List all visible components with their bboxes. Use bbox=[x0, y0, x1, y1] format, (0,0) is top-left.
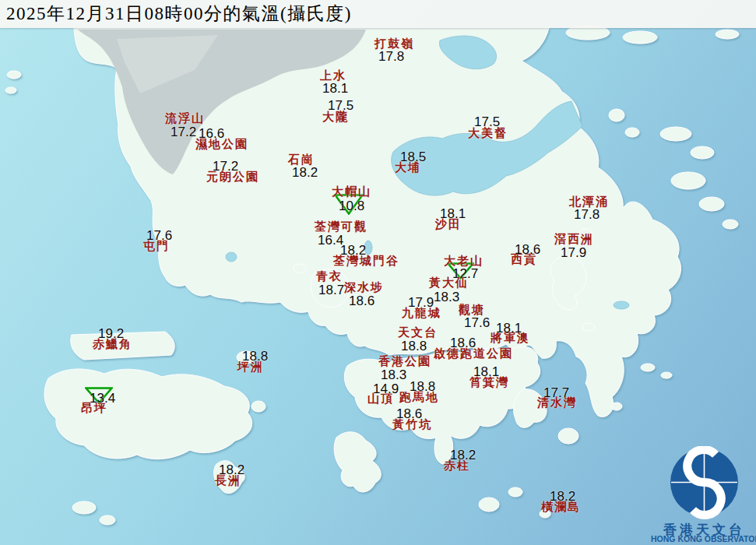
station-value: 18.8 bbox=[410, 379, 435, 395]
station-value: 18.8 bbox=[242, 349, 268, 364]
map-title: 2025年12月31日08時00分的氣溫(攝氏度) bbox=[6, 0, 352, 27]
station-value: 17.2 bbox=[213, 159, 238, 174]
station-value: 18.3 bbox=[381, 367, 406, 383]
station-name: 黃大仙 bbox=[429, 276, 469, 290]
station-value: 18.1 bbox=[440, 206, 466, 222]
station-value: 17.9 bbox=[561, 245, 586, 261]
station-value: 18.5 bbox=[400, 149, 426, 165]
station-value: 18.6 bbox=[396, 406, 422, 422]
station-value: 18.2 bbox=[340, 243, 366, 258]
hko-logo: 香港天文台 HONG KONG OBSERVATORY bbox=[652, 446, 756, 545]
station-value: 19.2 bbox=[98, 326, 124, 342]
station-value: 18.6 bbox=[450, 336, 476, 351]
station-value: 17.2 bbox=[171, 125, 196, 140]
title-bar: 2025年12月31日08時00分的氣溫(攝氏度) bbox=[0, 0, 756, 28]
station-value: 18.2 bbox=[450, 448, 476, 463]
station-value: 18.1 bbox=[473, 364, 499, 380]
station-value: 13.4 bbox=[90, 391, 115, 406]
station-value: 17.8 bbox=[378, 49, 404, 65]
station-value: 18.1 bbox=[322, 81, 348, 97]
station-value: 18.6 bbox=[349, 294, 374, 309]
logo-title-english: HONG KONG OBSERVATORY bbox=[651, 534, 756, 543]
station-value: 10.8 bbox=[339, 199, 364, 214]
station-value: 17.6 bbox=[464, 315, 490, 331]
station-value: 17.6 bbox=[146, 228, 172, 244]
station-name: 大帽山 bbox=[332, 185, 371, 199]
station-value: 18.3 bbox=[434, 290, 459, 305]
station-value: 17.8 bbox=[574, 207, 600, 223]
station-value: 18.2 bbox=[292, 165, 318, 181]
observatory-emblem-icon bbox=[668, 446, 740, 521]
station-value: 18.2 bbox=[219, 462, 244, 478]
station-value: 18.2 bbox=[550, 489, 575, 505]
station-value: 17.7 bbox=[543, 385, 569, 401]
station-value: 18.7 bbox=[318, 283, 344, 298]
station-value: 17.5 bbox=[474, 114, 500, 130]
station-value: 18.6 bbox=[515, 242, 540, 258]
station-value: 14.9 bbox=[373, 382, 399, 397]
station-value: 16.6 bbox=[199, 126, 224, 142]
station-value: 17.9 bbox=[408, 295, 434, 311]
station-value: 17.5 bbox=[328, 98, 353, 114]
stations-layer: 打鼓嶺17.8上水18.1大隴17.5流浮山17.2濕地公園16.6元朗公園17… bbox=[0, 0, 756, 545]
station-value: 18.1 bbox=[496, 321, 522, 336]
station-value: 18.8 bbox=[401, 339, 427, 354]
